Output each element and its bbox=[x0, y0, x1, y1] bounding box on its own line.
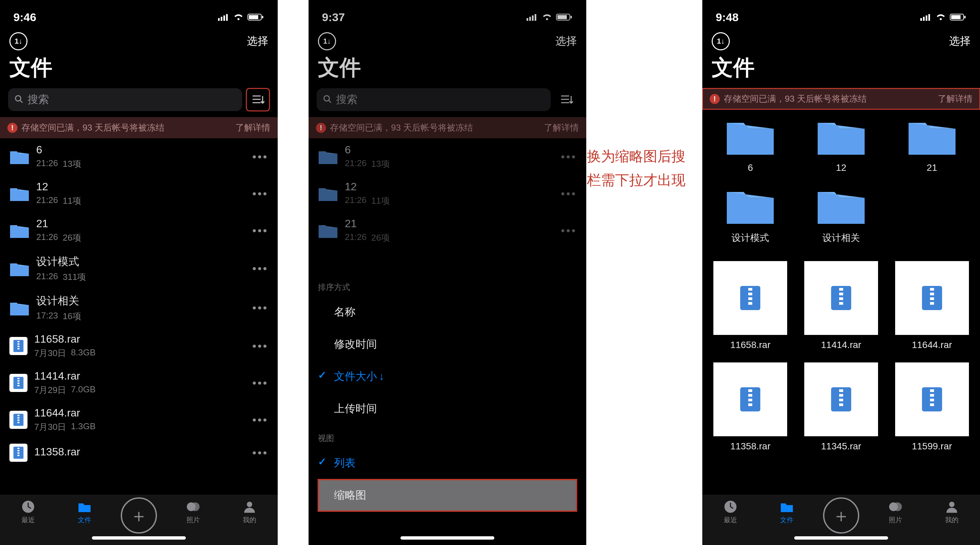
file-tile[interactable]: 11358.rar bbox=[710, 362, 791, 452]
svg-rect-62 bbox=[839, 293, 843, 295]
home-indicator[interactable] bbox=[92, 536, 186, 540]
svg-point-88 bbox=[949, 502, 955, 507]
more-icon[interactable]: ••• bbox=[252, 376, 268, 390]
sort-option[interactable]: 名称 bbox=[309, 296, 586, 328]
folder-icon bbox=[816, 116, 866, 158]
home-indicator[interactable] bbox=[794, 536, 888, 540]
svg-rect-23 bbox=[18, 415, 19, 416]
rar-file-icon bbox=[10, 337, 27, 355]
list-item[interactable]: 11358.rar••• bbox=[0, 438, 278, 467]
file-list[interactable]: 621:2613项•••1221:2611项•••2121:2626项•••设计… bbox=[0, 138, 278, 467]
folder-tile[interactable]: 12 bbox=[801, 116, 881, 173]
tab-mine[interactable]: 我的 bbox=[229, 499, 270, 524]
file-name: 11414.rar bbox=[34, 370, 245, 382]
file-tile[interactable]: 11644.rar bbox=[892, 261, 972, 351]
search-input[interactable]: 搜索 bbox=[8, 88, 242, 111]
more-icon[interactable]: ••• bbox=[252, 301, 268, 314]
file-grid[interactable]: 61221设计模式设计相关 11658.rar11414.rar11644.ra… bbox=[702, 109, 980, 459]
file-name: 设计模式 bbox=[732, 231, 769, 244]
file-name: 11345.rar bbox=[821, 441, 861, 452]
folder-tile[interactable]: 21 bbox=[892, 116, 972, 173]
signal-icon bbox=[218, 13, 229, 21]
header-row: 1↓ 选择 bbox=[702, 27, 980, 53]
file-name: 11414.rar bbox=[821, 339, 861, 351]
search-row: 搜索 bbox=[0, 88, 278, 117]
folder-icon bbox=[10, 149, 30, 165]
list-item[interactable]: 11658.rar7月30日8.3GB••• bbox=[0, 328, 278, 365]
sort-view-menu: 排序方式 名称修改时间文件大小↓上传时间 视图 列表缩略图 bbox=[309, 274, 586, 512]
tab-files[interactable]: 文件 bbox=[767, 499, 807, 524]
folder-tile[interactable]: 设计相关 bbox=[801, 185, 881, 244]
more-icon[interactable]: ••• bbox=[252, 224, 268, 237]
more-icon[interactable]: ••• bbox=[252, 262, 268, 275]
file-tile[interactable]: 11345.rar bbox=[801, 362, 881, 452]
add-button[interactable]: ＋ bbox=[823, 497, 859, 534]
svg-rect-77 bbox=[839, 394, 843, 397]
view-option[interactable]: 列表 bbox=[309, 447, 586, 479]
add-button[interactable]: ＋ bbox=[121, 497, 157, 534]
list-item[interactable]: 2121:2626项••• bbox=[0, 212, 278, 249]
svg-rect-56 bbox=[748, 288, 752, 291]
sort-option[interactable]: 修改时间 bbox=[309, 328, 586, 360]
search-placeholder: 搜索 bbox=[27, 92, 49, 107]
more-icon[interactable]: ••• bbox=[252, 150, 268, 163]
more-icon[interactable]: ••• bbox=[252, 187, 268, 200]
file-tile[interactable]: 11658.rar bbox=[710, 261, 791, 351]
storage-warning-banner[interactable]: ! 存储空间已满，93 天后帐号将被冻结 了解详情 bbox=[0, 117, 278, 138]
view-option[interactable]: 缩略图 bbox=[318, 479, 577, 512]
file-meta-text: 21:2626项 bbox=[36, 232, 245, 244]
list-item[interactable]: 11414.rar7月29日7.0GB••• bbox=[0, 365, 278, 402]
folder-icon bbox=[10, 261, 30, 277]
select-button[interactable]: 选择 bbox=[247, 34, 268, 49]
app-logo-icon[interactable]: 1↓ bbox=[712, 32, 730, 50]
file-name: 11599.rar bbox=[912, 441, 952, 452]
file-tile[interactable]: 11414.rar bbox=[801, 261, 881, 351]
folder-tile[interactable]: 6 bbox=[710, 116, 791, 173]
tab-photos[interactable]: 照片 bbox=[875, 499, 916, 524]
file-name: 11644.rar bbox=[912, 339, 952, 351]
file-tile[interactable]: 11599.rar bbox=[892, 362, 972, 452]
svg-rect-81 bbox=[930, 389, 934, 392]
svg-rect-50 bbox=[926, 16, 928, 21]
svg-rect-18 bbox=[18, 378, 19, 379]
file-meta-text: 17:2316项 bbox=[36, 311, 245, 322]
tab-photos[interactable]: 照片 bbox=[173, 499, 213, 524]
view-toggle-button[interactable] bbox=[246, 88, 270, 111]
signal-icon bbox=[920, 13, 932, 21]
file-name: 11358.rar bbox=[730, 441, 770, 452]
banner-link[interactable]: 了解详情 bbox=[235, 122, 270, 134]
svg-rect-66 bbox=[930, 288, 934, 291]
select-button[interactable]: 选择 bbox=[949, 34, 970, 49]
more-icon[interactable]: ••• bbox=[252, 446, 268, 459]
tab-mine[interactable]: 我的 bbox=[932, 499, 972, 524]
file-name: 12 bbox=[36, 180, 245, 193]
list-item[interactable]: 设计相关17:2316项••• bbox=[0, 288, 278, 328]
svg-rect-64 bbox=[839, 302, 843, 305]
home-indicator[interactable] bbox=[401, 536, 494, 540]
file-name: 11658.rar bbox=[730, 339, 770, 351]
file-meta-text: 21:2613项 bbox=[36, 158, 245, 170]
list-item[interactable]: 11644.rar7月30日1.3GB••• bbox=[0, 402, 278, 438]
tab-recent[interactable]: 最近 bbox=[8, 499, 48, 524]
more-icon[interactable]: ••• bbox=[252, 413, 268, 427]
svg-rect-13 bbox=[18, 341, 19, 342]
svg-rect-6 bbox=[262, 16, 263, 18]
page-title: 文件 bbox=[702, 53, 980, 88]
svg-rect-28 bbox=[18, 448, 19, 449]
more-icon[interactable]: ••• bbox=[252, 339, 268, 353]
tab-recent[interactable]: 最近 bbox=[710, 499, 751, 524]
svg-rect-78 bbox=[839, 399, 843, 402]
list-item[interactable]: 设计模式21:26311项••• bbox=[0, 249, 278, 288]
sort-option[interactable]: 文件大小↓ bbox=[309, 360, 586, 393]
app-logo-icon[interactable]: 1↓ bbox=[10, 32, 27, 50]
storage-warning-banner[interactable]: ! 存储空间已满，93 天后帐号将被冻结 了解详情 bbox=[702, 88, 980, 109]
svg-rect-24 bbox=[18, 417, 19, 419]
folder-tile[interactable]: 设计模式 bbox=[710, 185, 791, 244]
header-row: 1↓ 选择 bbox=[0, 27, 278, 53]
banner-link[interactable]: 了解详情 bbox=[938, 93, 973, 105]
sort-option[interactable]: 上传时间 bbox=[309, 393, 586, 425]
svg-rect-67 bbox=[930, 293, 934, 295]
tab-files[interactable]: 文件 bbox=[64, 499, 105, 524]
list-item[interactable]: 1221:2611项••• bbox=[0, 175, 278, 212]
list-item[interactable]: 621:2613项••• bbox=[0, 138, 278, 175]
